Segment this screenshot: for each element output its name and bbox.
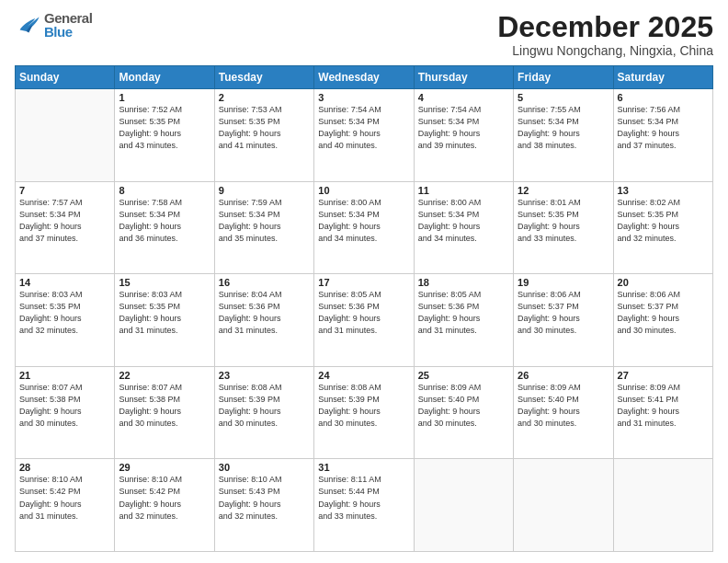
day-info: Sunrise: 7:58 AMSunset: 5:34 PMDaylight:… xyxy=(119,197,210,245)
day-info: Sunrise: 8:09 AMSunset: 5:40 PMDaylight:… xyxy=(418,382,509,430)
day-number: 28 xyxy=(19,462,110,473)
day-number: 22 xyxy=(119,370,210,381)
calendar-cell: 27Sunrise: 8:09 AMSunset: 5:41 PMDayligh… xyxy=(613,366,712,459)
day-number: 21 xyxy=(19,370,110,381)
day-info: Sunrise: 8:02 AMSunset: 5:35 PMDaylight:… xyxy=(618,197,709,245)
calendar-cell: 31Sunrise: 8:11 AMSunset: 5:44 PMDayligh… xyxy=(314,459,414,552)
calendar-cell: 7Sunrise: 7:57 AMSunset: 5:34 PMDaylight… xyxy=(16,181,115,274)
weekday-header: Tuesday xyxy=(214,66,313,89)
day-number: 16 xyxy=(219,277,310,288)
day-number: 2 xyxy=(219,92,310,103)
day-number: 29 xyxy=(119,462,210,473)
day-number: 3 xyxy=(318,92,409,103)
day-info: Sunrise: 7:59 AMSunset: 5:34 PMDaylight:… xyxy=(219,197,310,245)
calendar-cell xyxy=(16,89,115,182)
day-info: Sunrise: 7:57 AMSunset: 5:34 PMDaylight:… xyxy=(19,197,110,245)
calendar-week-row: 21Sunrise: 8:07 AMSunset: 5:38 PMDayligh… xyxy=(16,366,713,459)
calendar-cell: 30Sunrise: 8:10 AMSunset: 5:43 PMDayligh… xyxy=(214,459,313,552)
calendar-cell: 4Sunrise: 7:54 AMSunset: 5:34 PMDaylight… xyxy=(414,89,513,182)
day-info: Sunrise: 8:08 AMSunset: 5:39 PMDaylight:… xyxy=(219,382,310,430)
day-number: 24 xyxy=(318,370,409,381)
day-info: Sunrise: 7:56 AMSunset: 5:34 PMDaylight:… xyxy=(618,104,709,152)
calendar-cell: 28Sunrise: 8:10 AMSunset: 5:42 PMDayligh… xyxy=(16,459,115,552)
calendar-week-row: 1Sunrise: 7:52 AMSunset: 5:35 PMDaylight… xyxy=(16,89,713,182)
day-number: 12 xyxy=(518,185,609,196)
day-number: 11 xyxy=(418,185,509,196)
day-number: 15 xyxy=(119,277,210,288)
day-number: 7 xyxy=(19,185,110,196)
day-number: 9 xyxy=(219,185,310,196)
logo-general: General xyxy=(44,11,92,25)
page: General Blue December 2025 Lingwu Nongch… xyxy=(0,0,728,563)
day-number: 25 xyxy=(418,370,509,381)
day-number: 30 xyxy=(219,462,310,473)
calendar-cell: 24Sunrise: 8:08 AMSunset: 5:39 PMDayligh… xyxy=(314,366,414,459)
weekday-header: Friday xyxy=(514,66,613,89)
weekday-header: Wednesday xyxy=(314,66,414,89)
logo: General Blue xyxy=(15,11,92,39)
day-info: Sunrise: 7:54 AMSunset: 5:34 PMDaylight:… xyxy=(418,104,509,152)
weekday-header: Saturday xyxy=(613,66,712,89)
weekday-header: Thursday xyxy=(414,66,513,89)
calendar-cell: 5Sunrise: 7:55 AMSunset: 5:34 PMDaylight… xyxy=(514,89,613,182)
logo-blue: Blue xyxy=(44,25,92,39)
calendar-cell: 14Sunrise: 8:03 AMSunset: 5:35 PMDayligh… xyxy=(16,274,115,367)
day-number: 5 xyxy=(518,92,609,103)
calendar-cell: 29Sunrise: 8:10 AMSunset: 5:42 PMDayligh… xyxy=(115,459,214,552)
day-number: 13 xyxy=(618,185,709,196)
calendar-cell: 23Sunrise: 8:08 AMSunset: 5:39 PMDayligh… xyxy=(214,366,313,459)
calendar-cell xyxy=(613,459,712,552)
day-info: Sunrise: 8:04 AMSunset: 5:36 PMDaylight:… xyxy=(219,289,310,337)
day-info: Sunrise: 7:52 AMSunset: 5:35 PMDaylight:… xyxy=(119,104,210,152)
calendar-cell: 19Sunrise: 8:06 AMSunset: 5:37 PMDayligh… xyxy=(514,274,613,367)
day-info: Sunrise: 7:54 AMSunset: 5:34 PMDaylight:… xyxy=(318,104,409,152)
day-info: Sunrise: 8:05 AMSunset: 5:36 PMDaylight:… xyxy=(418,289,509,337)
calendar-cell: 20Sunrise: 8:06 AMSunset: 5:37 PMDayligh… xyxy=(613,274,712,367)
calendar-cell: 18Sunrise: 8:05 AMSunset: 5:36 PMDayligh… xyxy=(414,274,513,367)
weekday-header: Sunday xyxy=(16,66,115,89)
calendar-cell: 10Sunrise: 8:00 AMSunset: 5:34 PMDayligh… xyxy=(314,181,414,274)
calendar-week-row: 14Sunrise: 8:03 AMSunset: 5:35 PMDayligh… xyxy=(16,274,713,367)
day-info: Sunrise: 8:06 AMSunset: 5:37 PMDaylight:… xyxy=(518,289,609,337)
calendar-cell: 1Sunrise: 7:52 AMSunset: 5:35 PMDaylight… xyxy=(115,89,214,182)
day-number: 19 xyxy=(518,277,609,288)
day-info: Sunrise: 8:00 AMSunset: 5:34 PMDaylight:… xyxy=(418,197,509,245)
calendar-cell: 17Sunrise: 8:05 AMSunset: 5:36 PMDayligh… xyxy=(314,274,414,367)
calendar-cell: 26Sunrise: 8:09 AMSunset: 5:40 PMDayligh… xyxy=(514,366,613,459)
day-info: Sunrise: 8:09 AMSunset: 5:40 PMDaylight:… xyxy=(518,382,609,430)
day-number: 14 xyxy=(19,277,110,288)
calendar-cell: 3Sunrise: 7:54 AMSunset: 5:34 PMDaylight… xyxy=(314,89,414,182)
calendar-cell: 22Sunrise: 8:07 AMSunset: 5:38 PMDayligh… xyxy=(115,366,214,459)
location: Lingwu Nongchang, Ningxia, China xyxy=(497,43,713,58)
day-number: 4 xyxy=(418,92,509,103)
calendar-cell: 12Sunrise: 8:01 AMSunset: 5:35 PMDayligh… xyxy=(514,181,613,274)
day-number: 20 xyxy=(618,277,709,288)
header: General Blue December 2025 Lingwu Nongch… xyxy=(15,11,713,58)
day-number: 1 xyxy=(119,92,210,103)
calendar-header-row: SundayMondayTuesdayWednesdayThursdayFrid… xyxy=(16,66,713,89)
calendar-cell: 25Sunrise: 8:09 AMSunset: 5:40 PMDayligh… xyxy=(414,366,513,459)
day-info: Sunrise: 8:03 AMSunset: 5:35 PMDaylight:… xyxy=(19,289,110,337)
day-info: Sunrise: 8:00 AMSunset: 5:34 PMDaylight:… xyxy=(318,197,409,245)
day-number: 31 xyxy=(318,462,409,473)
calendar-cell: 13Sunrise: 8:02 AMSunset: 5:35 PMDayligh… xyxy=(613,181,712,274)
day-info: Sunrise: 8:08 AMSunset: 5:39 PMDaylight:… xyxy=(318,382,409,430)
day-number: 10 xyxy=(318,185,409,196)
calendar-cell: 6Sunrise: 7:56 AMSunset: 5:34 PMDaylight… xyxy=(613,89,712,182)
day-info: Sunrise: 8:06 AMSunset: 5:37 PMDaylight:… xyxy=(618,289,709,337)
day-number: 6 xyxy=(618,92,709,103)
day-info: Sunrise: 8:01 AMSunset: 5:35 PMDaylight:… xyxy=(518,197,609,245)
day-number: 27 xyxy=(618,370,709,381)
day-info: Sunrise: 8:07 AMSunset: 5:38 PMDaylight:… xyxy=(119,382,210,430)
day-info: Sunrise: 8:10 AMSunset: 5:42 PMDaylight:… xyxy=(19,474,110,522)
calendar-cell xyxy=(514,459,613,552)
title-block: December 2025 Lingwu Nongchang, Ningxia,… xyxy=(497,11,713,58)
day-info: Sunrise: 7:53 AMSunset: 5:35 PMDaylight:… xyxy=(219,104,310,152)
day-info: Sunrise: 7:55 AMSunset: 5:34 PMDaylight:… xyxy=(518,104,609,152)
calendar-cell: 16Sunrise: 8:04 AMSunset: 5:36 PMDayligh… xyxy=(214,274,313,367)
calendar-week-row: 7Sunrise: 7:57 AMSunset: 5:34 PMDaylight… xyxy=(16,181,713,274)
day-info: Sunrise: 8:10 AMSunset: 5:43 PMDaylight:… xyxy=(219,474,310,522)
day-number: 8 xyxy=(119,185,210,196)
calendar-week-row: 28Sunrise: 8:10 AMSunset: 5:42 PMDayligh… xyxy=(16,459,713,552)
day-info: Sunrise: 8:09 AMSunset: 5:41 PMDaylight:… xyxy=(618,382,709,430)
